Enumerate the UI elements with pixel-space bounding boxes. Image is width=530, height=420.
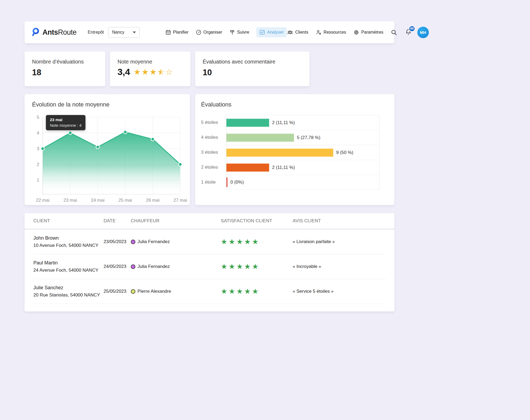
rating-label: 3 étoiles [201,145,226,160]
column-header: CLIENT [33,218,104,224]
driver-name: Julia Fernandez [138,239,170,244]
nav-item-organiser[interactable]: Organiser [196,29,222,35]
svg-text:4: 4 [37,130,39,136]
rating-row: 5 étoiles2 (11,11 %) [201,115,379,130]
rating-label: 2 étoiles [201,160,226,175]
average-rating-stars: ★★★★☆☆ [134,68,173,76]
nav-item-analyser[interactable]: Analyser [256,27,286,37]
star-full-icon: ★ [134,68,141,76]
table-row: John Brown10 Avenue Foch, 54000 NANCY23/… [33,229,386,254]
chart-title: Évolution de la note moyenne [32,101,182,108]
average-rating-value: 3,4 [117,67,130,77]
star-empty-icon: ☆ [166,68,173,76]
warehouse-picker: Entrepôt Nancy [88,27,140,38]
rating-bar[interactable] [226,134,294,142]
client-cell: Julie Sanchez20 Rue Stanislas, 54000 NAN… [33,285,104,298]
rating-value: 0 (0%) [230,180,244,185]
svg-text:27 mai: 27 mai [173,198,187,203]
nav-item-label: Analyser [267,30,284,35]
star-full-icon: ★ [150,68,157,76]
date-cell: 25/05/2023 [104,289,131,294]
rating-value: 5 (27,78 %) [297,135,320,140]
nav-item-label: Paramètres [361,30,383,35]
warehouse-label: Entrepôt [88,30,104,35]
top-navbar: AntsRoute Entrepôt Nancy PlanifierOrgani… [25,21,394,43]
nav-item-parametres[interactable]: Paramètres [353,29,383,35]
rating-row: 2 étoiles2 (11,11 %) [201,160,379,175]
rating-bar-cell: 2 (11,11 %) [226,115,379,130]
speedometer-icon [196,29,202,35]
svg-text:24 mai: 24 mai [91,198,104,203]
evaluations-card: Évaluations 5 étoiles2 (11,11 %)4 étoile… [195,94,394,205]
stat-value: 10 [203,68,302,77]
rating-row: 1 étoile0 (0%) [201,175,379,190]
stat-value: 18 [32,68,98,77]
antsroute-logo-icon [32,27,40,38]
column-header: SATISFACTION CLIENT [221,218,293,224]
satisfaction-stars: ★★★★★ [221,238,293,245]
signpost-icon [229,29,235,35]
page: AntsRoute Entrepôt Nancy PlanifierOrgani… [25,0,394,311]
rating-value: 2 (11,11 %) [272,165,295,170]
column-header: DATE [104,218,131,224]
rating-value: 2 (11,11 %) [272,120,295,125]
star-full-icon: ★ [142,68,149,76]
nav-item-planifier[interactable]: Planifier [165,29,189,35]
warehouse-selected-value: Nancy [112,30,124,35]
client-cell: Paul Martin24 Avenue Foch, 54000 NANCY [33,260,104,273]
rating-bar[interactable] [226,164,269,172]
rating-bar-cell: 0 (0%) [226,175,379,190]
rating-bar[interactable] [226,177,227,187]
notification-count-badge: 60 [409,26,415,32]
svg-text:25 mai: 25 mai [118,198,132,203]
tooltip-value: Note moyenne : 4 [50,123,81,128]
nav-item-ressources[interactable]: Ressources [316,29,346,35]
line-chart-wrap: 5432122 mai23 mai24 mai25 mai26 mai27 ma… [32,114,182,204]
ratings-list: 5 étoiles2 (11,11 %)4 étoiles5 (27,78 %)… [201,115,379,190]
svg-text:1: 1 [37,178,39,183]
client-address: 20 Rue Stanislas, 54000 NANCY [33,292,104,298]
driver-cell: Pierre Alexandre [131,289,221,294]
svg-text:23 mai: 23 mai [63,198,77,203]
rating-bar[interactable] [226,149,333,157]
rating-bar[interactable] [226,119,269,127]
driver-cell: Julia Fernandez [131,264,221,269]
column-header: CHAUFFEUR [131,218,221,224]
svg-text:2: 2 [37,162,39,167]
search-icon[interactable] [391,29,397,36]
reviews-table-body: John Brown10 Avenue Foch, 54000 NANCY23/… [25,229,394,311]
nav-item-label: Suivre [237,30,249,35]
average-rating-evolution-card: Évolution de la note moyenne 5432122 mai… [25,94,190,205]
nav-item-label: Planifier [173,30,189,35]
date-cell: 24/05/2023 [104,264,131,269]
driver-color-dot [131,240,135,244]
review-cell: « Livraison parfaite » [293,239,386,244]
secondary-nav: ClientsRessourcesParamètres 60 MH [287,27,429,38]
table-row: Julie Sanchez20 Rue Stanislas, 54000 NAN… [33,279,386,304]
stat-card-evaluations-with-comment: Évaluations avec commentaire 10 [195,51,309,86]
rating-row: 4 étoiles5 (27,78 %) [201,130,379,145]
client-address: 24 Avenue Foch, 54000 NANCY [33,268,104,273]
driver-cell: Julia Fernandez [131,239,221,244]
tooltip-date: 23 mai [50,117,81,122]
antsroute-logo[interactable]: AntsRoute [32,27,77,38]
nav-item-label: Clients [295,30,308,35]
rating-bar-cell: 2 (11,11 %) [226,160,379,175]
user-avatar[interactable]: MH [417,27,429,38]
star-half-icon: ★☆ [158,68,165,76]
nav-item-clients[interactable]: Clients [287,29,308,35]
client-cell: John Brown10 Avenue Foch, 54000 NANCY [33,235,104,248]
nav-item-suivre[interactable]: Suivre [229,29,249,35]
table-row: Paul Martin24 Avenue Foch, 54000 NANCY24… [33,254,386,279]
driver-color-dot [131,264,135,269]
notifications-bell[interactable]: 60 [405,29,412,36]
chart-tooltip: 23 mai Note moyenne : 4 [46,115,85,130]
client-address: 10 Avenue Foch, 54000 NANCY [33,243,104,248]
svg-text:26 mai: 26 mai [146,198,159,203]
rating-value: 9 (50 %) [336,150,353,155]
svg-text:22 mai: 22 mai [36,198,49,203]
rating-bar-cell: 5 (27,78 %) [226,130,379,145]
warehouse-select[interactable]: Nancy [108,27,140,38]
satisfaction-stars: ★★★★★ [221,288,293,295]
stat-title: Note moyenne [117,59,183,65]
